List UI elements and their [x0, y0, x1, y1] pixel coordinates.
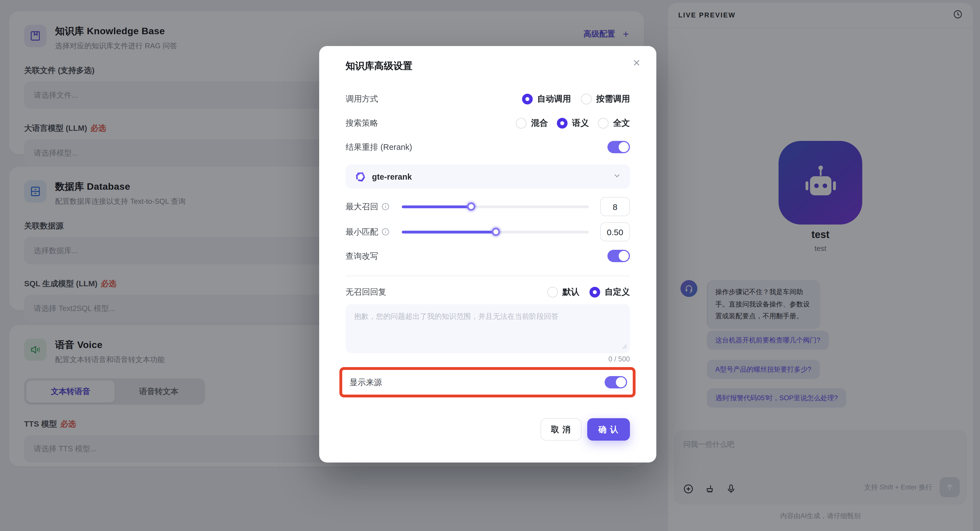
radio-unselected-icon[interactable]	[598, 117, 609, 128]
radio-default-reply[interactable]: 默认	[547, 287, 579, 297]
max-recall-row: 最大召回 8	[345, 199, 630, 214]
radio-on-demand-invoke[interactable]: 按需调用	[581, 94, 630, 104]
radio-auto-invoke[interactable]: 自动调用	[522, 94, 571, 104]
show-source-toggle[interactable]	[605, 376, 627, 388]
no-recall-row: 无召回回复 默认 自定义	[345, 284, 630, 300]
show-source-label: 显示来源	[350, 377, 382, 388]
min-match-row: 最小匹配 0.50	[345, 224, 630, 240]
radio-unselected-icon[interactable]	[547, 287, 558, 297]
close-icon[interactable]: ✕	[633, 57, 641, 69]
radio-selected-icon[interactable]	[522, 94, 533, 104]
show-source-row-highlighted: 显示来源	[339, 367, 636, 398]
query-rewrite-label: 查询改写	[345, 250, 378, 261]
rerank-label: 结果重排 (Rerank)	[345, 142, 412, 152]
char-counter: 0 / 500	[609, 355, 630, 363]
cancel-button[interactable]: 取 消	[541, 418, 582, 441]
query-rewrite-toggle[interactable]	[608, 250, 630, 262]
info-icon	[382, 228, 390, 236]
radio-unselected-icon[interactable]	[581, 94, 592, 104]
max-recall-slider[interactable]	[402, 205, 589, 208]
modal-title: 知识库高级设置	[345, 60, 412, 72]
radio-selected-icon[interactable]	[557, 117, 568, 128]
radio-semantic[interactable]: 语义	[557, 117, 589, 128]
invoke-mode-label: 调用方式	[345, 94, 378, 104]
rerank-model-select[interactable]: gte-rerank	[345, 165, 630, 189]
kb-advanced-settings-modal: 知识库高级设置 ✕ 调用方式 自动调用 按需调用 搜索策略 混合	[319, 46, 656, 463]
max-recall-label: 最大召回	[345, 201, 402, 212]
section-divider	[345, 276, 630, 276]
query-rewrite-row: 查询改写	[345, 248, 630, 264]
radio-selected-icon[interactable]	[589, 287, 600, 297]
radio-fulltext[interactable]: 全文	[598, 117, 630, 128]
search-strategy-row: 搜索策略 混合 语义 全文	[345, 115, 630, 131]
rerank-row: 结果重排 (Rerank)	[345, 139, 630, 155]
custom-reply-textarea[interactable]: 抱歉，您的问题超出了我的知识范围，并且无法在当前阶段回答	[345, 304, 630, 353]
radio-hybrid[interactable]: 混合	[516, 117, 548, 128]
radio-custom-reply[interactable]: 自定义	[589, 287, 630, 297]
max-recall-value[interactable]: 8	[600, 197, 630, 216]
slider-thumb[interactable]	[467, 202, 476, 211]
slider-thumb[interactable]	[492, 228, 500, 236]
radio-unselected-icon[interactable]	[516, 117, 527, 128]
search-strategy-label: 搜索策略	[345, 117, 378, 128]
min-match-slider[interactable]	[402, 230, 589, 233]
model-logo-icon	[355, 171, 366, 182]
rerank-model-name: gte-rerank	[372, 172, 412, 181]
no-recall-label: 无召回回复	[345, 287, 386, 297]
info-icon	[382, 203, 390, 211]
rerank-toggle[interactable]	[608, 141, 630, 153]
app-root: 知识库 Knowledge Base 选择对应的知识库文件进行 RAG 问答 高…	[0, 0, 980, 531]
resize-handle-icon[interactable]	[622, 342, 627, 351]
confirm-button[interactable]: 确 认	[587, 418, 630, 441]
min-match-label: 最小匹配	[345, 227, 402, 237]
chevron-down-icon	[613, 171, 621, 182]
min-match-value[interactable]: 0.50	[600, 222, 630, 241]
invoke-mode-row: 调用方式 自动调用 按需调用	[345, 91, 630, 107]
